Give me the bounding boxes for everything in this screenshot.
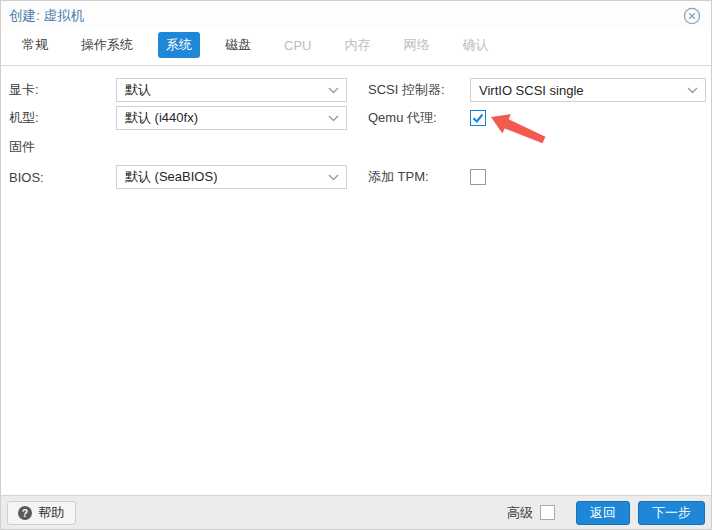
create-vm-dialog: 创建: 虚拟机 常规 操作系统 系统 磁盘 CPU 内存 网络 确认 显卡: 默… — [0, 0, 712, 530]
checkmark-icon — [471, 111, 485, 125]
tpm-label: 添加 TPM: — [368, 168, 470, 186]
qemu-agent-label: Qemu 代理: — [368, 109, 470, 127]
form-row-display: 显卡: 默认 — [9, 78, 347, 102]
tab-cpu: CPU — [276, 34, 319, 57]
scsi-label: SCSI 控制器: — [368, 81, 470, 99]
form-row-qemu-agent: Qemu 代理: — [368, 106, 706, 130]
bios-select[interactable]: 默认 (SeaBIOS) — [116, 165, 347, 189]
tab-system[interactable]: 系统 — [158, 32, 200, 58]
advanced-label: 高级 — [507, 504, 533, 522]
scsi-controller-select[interactable]: VirtIO SCSI single — [470, 78, 706, 102]
close-button[interactable] — [683, 7, 701, 25]
circle-x-icon — [683, 7, 701, 25]
form-column-left: 显卡: 默认 机型: 默认 (i440fx) 固件 BIOS: 默认 (SeaB… — [9, 78, 347, 193]
help-button[interactable]: ? 帮助 — [7, 501, 76, 525]
tab-os[interactable]: 操作系统 — [73, 32, 141, 58]
tab-memory: 内存 — [336, 32, 378, 58]
tab-general[interactable]: 常规 — [14, 32, 56, 58]
chevron-down-icon — [328, 87, 339, 94]
tab-confirm: 确认 — [454, 32, 496, 58]
chevron-down-icon — [687, 87, 698, 94]
form-row-bios: BIOS: 默认 (SeaBIOS) — [9, 165, 347, 189]
back-button[interactable]: 返回 — [576, 501, 630, 525]
advanced-checkbox[interactable] — [540, 505, 555, 520]
help-button-label: 帮助 — [38, 504, 65, 522]
firmware-heading: 固件 — [9, 139, 347, 155]
chevron-down-icon — [328, 115, 339, 122]
tab-network: 网络 — [395, 32, 437, 58]
display-label: 显卡: — [9, 81, 116, 99]
form-row-tpm: 添加 TPM: — [368, 165, 706, 189]
machine-label: 机型: — [9, 109, 116, 127]
advanced-toggle: 高级 — [507, 504, 555, 522]
dialog-title: 创建: 虚拟机 — [9, 7, 84, 25]
machine-select[interactable]: 默认 (i440fx) — [116, 106, 347, 130]
next-button[interactable]: 下一步 — [638, 501, 705, 525]
qemu-agent-checkbox[interactable] — [470, 110, 486, 126]
dialog-header: 创建: 虚拟机 — [1, 1, 711, 29]
form-row-machine: 机型: 默认 (i440fx) — [9, 106, 347, 130]
system-form: 显卡: 默认 机型: 默认 (i440fx) 固件 BIOS: 默认 (SeaB… — [1, 66, 711, 193]
chevron-down-icon — [328, 174, 339, 181]
tab-disks[interactable]: 磁盘 — [217, 32, 259, 58]
tpm-checkbox[interactable] — [470, 169, 486, 185]
dialog-footer: ? 帮助 高级 返回 下一步 — [1, 495, 711, 529]
form-column-right: SCSI 控制器: VirtIO SCSI single Qemu 代理: 添加… — [368, 78, 706, 193]
question-mark-icon: ? — [18, 506, 32, 520]
wizard-tabbar: 常规 操作系统 系统 磁盘 CPU 内存 网络 确认 — [1, 29, 711, 66]
form-row-scsi: SCSI 控制器: VirtIO SCSI single — [368, 78, 706, 102]
bios-label: BIOS: — [9, 170, 116, 185]
display-select[interactable]: 默认 — [116, 78, 347, 102]
